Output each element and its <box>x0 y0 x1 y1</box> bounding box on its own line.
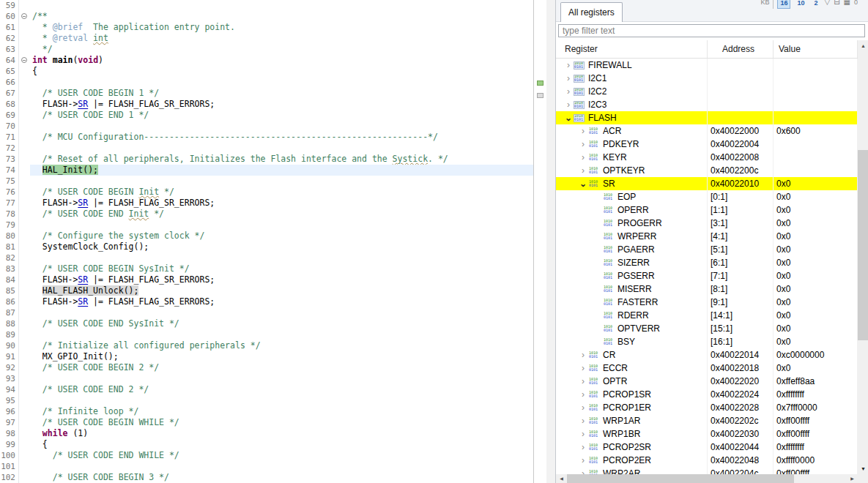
register-row[interactable]: ›10100101OPTR0x400220200xffeff8aa <box>556 375 858 388</box>
code-text[interactable]: /* USER CODE BEGIN WHILE */ <box>30 417 533 428</box>
register-row[interactable]: ⌄10100101SR0x400220100x0 <box>556 177 858 190</box>
code-line[interactable]: 63 */ <box>0 44 533 55</box>
code-line[interactable]: 95 <box>0 395 533 406</box>
code-line[interactable]: 78 /* USER CODE END Init */ <box>0 209 533 220</box>
register-row[interactable]: 10100101SIZERR[6:1]0x0 <box>556 256 858 269</box>
expand-arrow-icon[interactable]: › <box>578 164 588 177</box>
collapse-arrow-icon[interactable]: ⌄ <box>578 177 588 190</box>
filter-input[interactable]: type filter text <box>558 24 865 37</box>
code-text[interactable]: FLASH->SR |= FLASH_FLAG_SR_ERRORS; <box>30 198 533 209</box>
code-text[interactable] <box>30 373 533 384</box>
code-text[interactable]: while (1) <box>30 428 533 439</box>
instruction-pointer-annotation[interactable] <box>537 80 544 86</box>
code-line[interactable]: 61 * @brief The application entry point. <box>0 22 533 33</box>
layout-icon[interactable]: ▦ <box>844 0 850 9</box>
line-number[interactable]: 96 <box>0 406 19 417</box>
fold-margin[interactable] <box>19 384 30 395</box>
fold-margin[interactable] <box>19 88 30 99</box>
code-text[interactable]: { <box>30 439 533 450</box>
fold-margin[interactable] <box>19 285 30 296</box>
expand-arrow-icon[interactable]: › <box>578 401 588 414</box>
fold-margin[interactable] <box>19 329 30 340</box>
code-text[interactable]: /* Reset of all peripherals, Initializes… <box>30 154 533 165</box>
column-header-value[interactable]: Value <box>774 40 858 58</box>
line-number[interactable]: 100 <box>0 450 19 461</box>
code-line[interactable]: 91 MX_GPIO_Init(); <box>0 351 533 362</box>
code-text[interactable]: SystemClock_Config(); <box>30 242 533 252</box>
expand-arrow-icon[interactable]: › <box>578 454 588 467</box>
code-line[interactable]: 84 FLASH->SR |= FLASH_FLAG_SR_ERRORS; <box>0 274 533 285</box>
fold-margin[interactable] <box>19 373 30 384</box>
code-line[interactable]: 68 FLASH->SR |= FLASH_FLAG_SR_ERRORS; <box>0 99 533 110</box>
scrollbar-down-icon[interactable]: ▼ <box>858 463 868 474</box>
expand-arrow-icon[interactable]: › <box>578 138 588 151</box>
expand-arrow-icon[interactable]: › <box>578 441 588 454</box>
code-line[interactable]: 83 /* USER CODE BEGIN SysInit */ <box>0 263 533 274</box>
fold-margin[interactable] <box>19 198 30 209</box>
code-text[interactable] <box>30 395 533 406</box>
line-number[interactable]: 95 <box>0 395 19 406</box>
code-text[interactable]: /* Infinite loop */ <box>30 406 533 417</box>
code-text[interactable]: int main(void) <box>30 55 533 66</box>
fold-margin[interactable] <box>19 187 30 198</box>
line-number[interactable]: 65 <box>0 66 19 77</box>
fold-margin[interactable] <box>19 362 30 373</box>
fold-margin[interactable] <box>19 472 30 483</box>
code-line[interactable]: 93 <box>0 373 533 384</box>
scrollbar-up-icon[interactable]: ▲ <box>858 40 868 51</box>
code-text[interactable] <box>30 121 533 132</box>
code-line[interactable]: 59 <box>0 0 533 11</box>
overview-ruler[interactable] <box>535 0 546 483</box>
code-line[interactable]: 76 /* USER CODE BEGIN Init */ <box>0 187 533 198</box>
fold-margin[interactable] <box>19 274 30 285</box>
line-number[interactable]: 77 <box>0 198 19 209</box>
code-line[interactable]: 99 { <box>0 439 533 450</box>
code-text[interactable] <box>30 77 533 88</box>
code-line[interactable]: 98 while (1) <box>0 428 533 439</box>
code-text[interactable]: */ <box>30 44 533 55</box>
register-row[interactable]: ›10100101I2C2 <box>556 85 858 98</box>
code-text[interactable] <box>30 307 533 318</box>
register-row[interactable]: 10100101FASTERR[9:1]0x0 <box>556 296 858 309</box>
register-row[interactable]: ›10100101PCROP1ER0x400220280x7fff0000 <box>556 401 858 414</box>
fold-margin[interactable] <box>19 33 30 44</box>
code-line[interactable]: 73 /* Reset of all peripherals, Initiali… <box>0 154 533 165</box>
line-number[interactable]: 92 <box>0 362 19 373</box>
occurrence-annotation[interactable] <box>537 93 544 98</box>
fold-margin[interactable] <box>19 231 30 242</box>
code-line[interactable]: 88 /* USER CODE END SysInit */ <box>0 318 533 329</box>
code-text[interactable]: /* USER CODE END SysInit */ <box>30 318 533 329</box>
fold-margin[interactable] <box>19 439 30 450</box>
code-line[interactable]: 96 /* Infinite loop */ <box>0 406 533 417</box>
fold-margin[interactable] <box>19 461 30 472</box>
fold-margin[interactable] <box>19 252 30 263</box>
line-number[interactable]: 90 <box>0 340 19 351</box>
expand-arrow-icon[interactable]: › <box>563 59 574 72</box>
fold-margin[interactable] <box>19 242 30 252</box>
fold-margin[interactable] <box>19 450 30 461</box>
fold-margin[interactable] <box>19 220 30 231</box>
expand-arrow-icon[interactable]: › <box>578 467 588 474</box>
expand-arrow-icon[interactable]: › <box>578 388 588 401</box>
fold-collapse-icon[interactable] <box>21 13 27 19</box>
fold-margin[interactable] <box>19 340 30 351</box>
code-line[interactable]: 97 /* USER CODE BEGIN WHILE */ <box>0 417 533 428</box>
fold-margin[interactable] <box>19 307 30 318</box>
fold-margin[interactable] <box>19 406 30 417</box>
register-row[interactable]: ›10100101WRP1AR0x4002202c0xff00ffff <box>556 414 858 427</box>
fold-margin[interactable] <box>19 99 30 110</box>
register-row[interactable]: ›10100101PCROP1SR0x400220240xffffffff <box>556 388 858 401</box>
expand-arrow-icon[interactable]: › <box>563 72 574 85</box>
bin-format-button[interactable]: 2 <box>811 0 820 9</box>
code-line[interactable]: 75 <box>0 176 533 187</box>
line-number[interactable]: 74 <box>0 165 19 176</box>
code-line[interactable]: 87 <box>0 307 533 318</box>
register-row[interactable]: 10100101OPERR[1:1]0x0 <box>556 203 858 217</box>
code-text[interactable]: /* MCU Configuration--------------------… <box>30 132 533 143</box>
code-line[interactable]: 62 * @retval int <box>0 33 533 44</box>
fold-margin[interactable] <box>19 55 30 66</box>
line-number[interactable]: 98 <box>0 428 19 439</box>
fold-margin[interactable] <box>19 165 30 176</box>
line-number[interactable]: 85 <box>0 285 19 296</box>
line-number[interactable]: 86 <box>0 296 19 307</box>
